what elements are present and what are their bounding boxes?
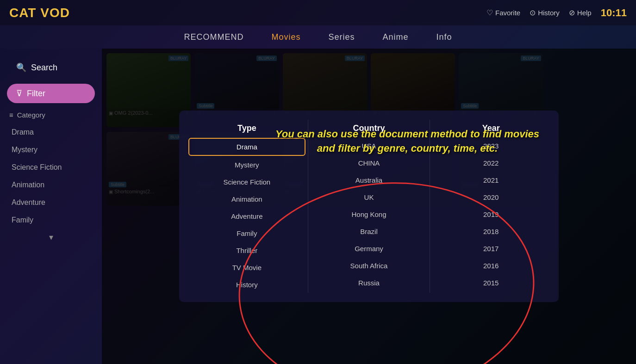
filter-year-column: Year 2023 2022 2021 2020 2019 2018 2017 … bbox=[432, 120, 549, 293]
filter-year-2015[interactable]: 2015 bbox=[432, 275, 549, 291]
navigation: RECOMMEND Movies Series Anime Info bbox=[0, 25, 636, 49]
sidebar-item-animation[interactable]: Animation bbox=[0, 177, 102, 193]
country-column-header: Country bbox=[311, 120, 428, 137]
filter-panel: Type Drama Mystery Science Fiction Anima… bbox=[179, 111, 559, 302]
filter-country-south-africa[interactable]: South Africa bbox=[311, 258, 428, 274]
sidebar-item-family[interactable]: Family bbox=[0, 212, 102, 228]
nav-movies[interactable]: Movies bbox=[271, 32, 300, 42]
history-button[interactable]: ⊙ History bbox=[530, 8, 560, 17]
nav-anime[interactable]: Anime bbox=[382, 32, 408, 42]
filter-year-2020[interactable]: 2020 bbox=[432, 189, 549, 205]
sidebar-item-mystery[interactable]: Mystery bbox=[0, 142, 102, 158]
filter-type-adventure[interactable]: Adventure bbox=[188, 208, 306, 224]
filter-year-2016[interactable]: 2016 bbox=[432, 258, 549, 274]
filter-overlay[interactable]: Type Drama Mystery Science Fiction Anima… bbox=[102, 49, 636, 364]
filter-country-column: Country USA CHINA Australia UK Hong Kong… bbox=[311, 120, 428, 293]
filter-type-history[interactable]: History bbox=[188, 277, 306, 293]
sidebar-item-drama[interactable]: Drama bbox=[0, 124, 102, 140]
type-column-header: Type bbox=[188, 120, 306, 137]
header: CAT VOD ♡ Favorite ⊙ History ⊘ Help 10:1… bbox=[0, 0, 636, 25]
filter-type-mystery[interactable]: Mystery bbox=[188, 157, 306, 173]
year-column-header: Year bbox=[432, 120, 549, 137]
filter-icon: ⊽ bbox=[16, 88, 22, 99]
filter-country-russia[interactable]: Russia bbox=[311, 275, 428, 291]
filter-type-column: Type Drama Mystery Science Fiction Anima… bbox=[188, 120, 306, 293]
filter-country-australia[interactable]: Australia bbox=[311, 172, 428, 188]
content-area: BLURAY ▣ OMG 2(2023-0... 7.8 BLURAY Subt… bbox=[102, 49, 636, 364]
heart-icon: ♡ bbox=[486, 8, 493, 17]
filter-year-2023[interactable]: 2023 bbox=[432, 138, 549, 154]
nav-series[interactable]: Series bbox=[328, 32, 355, 42]
filter-year-2021[interactable]: 2021 bbox=[432, 172, 549, 188]
sidebar: 🔍 Search ⊽ Filter ≡ Category Drama Myste… bbox=[0, 49, 102, 364]
sidebar-item-science-fiction[interactable]: Science Fiction bbox=[0, 160, 102, 175]
sidebar-scroll-down[interactable]: ▾ bbox=[0, 230, 102, 245]
filter-year-2019[interactable]: 2019 bbox=[432, 206, 549, 222]
filter-year-2018[interactable]: 2018 bbox=[432, 223, 549, 240]
filter-year-2017[interactable]: 2017 bbox=[432, 241, 549, 257]
filter-type-animation[interactable]: Animation bbox=[188, 191, 306, 207]
clock-display: 10:11 bbox=[601, 7, 627, 19]
main-layout: 🔍 Search ⊽ Filter ≡ Category Drama Myste… bbox=[0, 49, 636, 364]
search-button[interactable]: 🔍 Search bbox=[7, 58, 95, 77]
sidebar-item-adventure[interactable]: Adventure bbox=[0, 195, 102, 210]
filter-country-germany[interactable]: Germany bbox=[311, 241, 428, 257]
filter-type-science-fiction[interactable]: Science Fiction bbox=[188, 174, 306, 190]
help-icon: ⊘ bbox=[569, 8, 575, 17]
filter-country-hong-kong[interactable]: Hong Kong bbox=[311, 206, 428, 222]
filter-country-uk[interactable]: UK bbox=[311, 189, 428, 205]
filter-type-drama[interactable]: Drama bbox=[188, 138, 306, 156]
nav-recommend[interactable]: RECOMMEND bbox=[184, 32, 243, 42]
filter-button[interactable]: ⊽ Filter bbox=[7, 84, 95, 103]
filter-year-2022[interactable]: 2022 bbox=[432, 155, 549, 171]
nav-info[interactable]: Info bbox=[436, 32, 452, 42]
search-icon: 🔍 bbox=[16, 62, 26, 73]
favorite-button[interactable]: ♡ Favorite bbox=[486, 8, 520, 17]
header-actions: ♡ Favorite ⊙ History ⊘ Help 10:11 bbox=[486, 7, 627, 19]
filter-country-china[interactable]: CHINA bbox=[311, 155, 428, 171]
filter-type-family[interactable]: Family bbox=[188, 225, 306, 241]
filter-type-thriller[interactable]: Thriller bbox=[188, 242, 306, 259]
clock-icon: ⊙ bbox=[530, 8, 536, 17]
logo: CAT VOD bbox=[9, 6, 70, 20]
filter-divider-2 bbox=[430, 120, 430, 293]
filter-type-tv-movie[interactable]: TV Movie bbox=[188, 259, 306, 276]
filter-country-brazil[interactable]: Brazil bbox=[311, 223, 428, 240]
category-header: ≡ Category bbox=[0, 107, 102, 123]
help-button[interactable]: ⊘ Help bbox=[569, 8, 592, 17]
filter-divider-1 bbox=[308, 120, 308, 293]
filter-country-usa[interactable]: USA bbox=[311, 138, 428, 154]
menu-icon: ≡ bbox=[9, 111, 13, 119]
